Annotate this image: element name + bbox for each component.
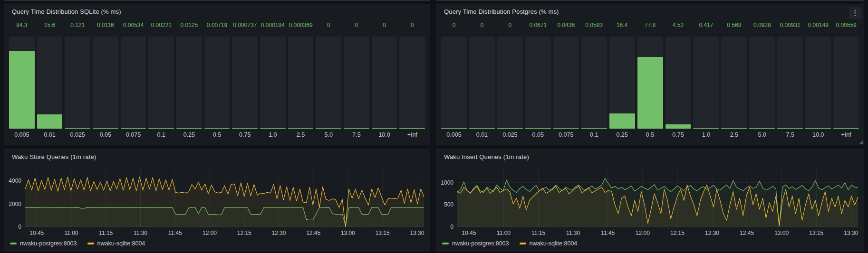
bar-track[interactable] (497, 37, 523, 129)
x-tick-label: 10:45 (454, 230, 483, 236)
bar-track[interactable] (93, 37, 118, 129)
hist-bar-+Inf: 0.00559+Inf (833, 21, 859, 141)
bar-track[interactable] (833, 37, 859, 129)
bar-track[interactable] (581, 37, 607, 129)
bar-track[interactable] (344, 37, 369, 129)
bar-track[interactable] (693, 37, 719, 129)
x-tick-label: 11:45 (161, 230, 189, 236)
legend: nwaku-postgres:8003 nwaku-sqlite:8004 (442, 240, 577, 247)
legend-item-nwaku-sqlite[interactable]: nwaku-sqlite:8004 (520, 240, 578, 247)
bar-fill (148, 128, 174, 129)
bar-track[interactable] (9, 37, 35, 129)
bar-track[interactable] (665, 37, 691, 129)
bar-track[interactable] (372, 37, 397, 129)
bar-value-label: 0.121 (65, 21, 90, 29)
hist-bar-5.0: 0.09285.0 (749, 21, 775, 141)
x-tick-label: 13:30 (837, 230, 865, 236)
x-axis-label: 2.5 (288, 129, 314, 141)
legend: nwaku-postgres:8003 nwaku-sqlite:8004 (10, 240, 145, 247)
x-axis-label: 0.025 (65, 129, 90, 141)
x-axis-label: 0.75 (665, 129, 691, 141)
bar-track[interactable] (148, 37, 174, 129)
legend-label: nwaku-sqlite:8004 (97, 240, 145, 247)
hist-bar-0.5: 0.007190.5 (204, 21, 230, 141)
bar-track[interactable] (37, 37, 63, 129)
hist-bar-0.25: 0.01250.25 (176, 21, 202, 141)
grafana-dashboard: { "icons": { "kebab": "⋮" }, "colors": {… (0, 0, 868, 253)
bar-fill (609, 113, 635, 129)
hist-bar-2.5: 0.0003692.5 (288, 21, 314, 141)
bar-track[interactable] (316, 37, 341, 129)
x-tick-label: 12:30 (698, 230, 726, 236)
bar-track[interactable] (469, 37, 495, 129)
bar-fill (37, 114, 63, 129)
hist-bar-1.0: 0.4171.0 (693, 21, 719, 141)
bar-value-label: 0 (469, 21, 495, 29)
legend-label: nwaku-postgres:8003 (452, 240, 509, 247)
bar-value-label: 0.0928 (749, 21, 775, 29)
time-series-canvas[interactable] (457, 169, 858, 227)
x-tick-label: 13:15 (368, 230, 397, 236)
bar-fill (399, 128, 425, 129)
bar-track[interactable] (121, 37, 146, 129)
bar-value-label: 0.000369 (288, 21, 314, 29)
x-axis-label: 0.05 (93, 129, 118, 141)
histogram-postgres: 00.00500.0100.0250.06710.050.04360.0750.… (441, 21, 859, 141)
legend-item-nwaku-postgres[interactable]: nwaku-postgres:8003 (10, 240, 77, 247)
x-tick-label: 12:00 (628, 230, 657, 236)
panel-resize-handle[interactable] (859, 140, 863, 144)
bar-track[interactable] (288, 37, 314, 129)
x-tick-label: 12:45 (733, 230, 761, 236)
bar-track[interactable] (749, 37, 775, 129)
bar-track[interactable] (232, 37, 258, 129)
bar-track[interactable] (721, 37, 747, 129)
legend-item-nwaku-postgres[interactable]: nwaku-postgres:8003 (442, 240, 509, 247)
y-tick-label: 4000 (1, 178, 21, 184)
bar-fill (232, 128, 258, 129)
x-axis-label: 0.025 (497, 129, 523, 141)
bar-track[interactable] (805, 37, 831, 129)
hist-bar-10.0: 010.0 (372, 21, 397, 141)
bar-value-label: 0.0116 (93, 21, 118, 29)
hist-bar-0.75: 4.520.75 (665, 21, 691, 141)
bar-track[interactable] (399, 37, 425, 129)
x-axis-label: 7.5 (777, 129, 803, 141)
bar-fill (497, 128, 523, 129)
bar-track[interactable] (65, 37, 90, 129)
bar-fill (344, 128, 369, 129)
legend-swatch-green (10, 243, 17, 244)
time-series-canvas[interactable] (25, 169, 424, 227)
bar-track[interactable] (176, 37, 202, 129)
x-tick-label: 13:00 (767, 230, 796, 236)
bar-track[interactable] (525, 37, 551, 129)
bar-track[interactable] (637, 37, 663, 129)
bar-track[interactable] (777, 37, 803, 129)
hist-bar-1.0: 0.0001841.0 (260, 21, 286, 141)
x-axis-label: 1.0 (260, 129, 286, 141)
x-tick-label: 12:30 (264, 230, 293, 236)
x-axis-label: 0.075 (553, 129, 579, 141)
x-axis-label: 10.0 (805, 129, 831, 141)
bar-track[interactable] (441, 37, 467, 129)
insert-queries-plot[interactable]: 0500100010:4511:0011:1511:3011:4512:0012… (457, 169, 858, 227)
legend-item-nwaku-sqlite[interactable]: nwaku-sqlite:8004 (87, 240, 145, 247)
panel-title[interactable]: Query Time Distribution Postgres (% ms) (436, 4, 864, 15)
x-tick-label: 11:45 (594, 230, 622, 236)
store-queries-plot[interactable]: 02000400010:4511:0011:1511:3011:4512:001… (25, 169, 424, 227)
panel-menu-icon[interactable]: ⋮ (849, 7, 861, 19)
bar-value-label: 0.000184 (260, 21, 286, 29)
panel-title[interactable]: Waku Insert Queries (1m rate) (436, 150, 864, 160)
bar-track[interactable] (553, 37, 579, 129)
legend-label: nwaku-sqlite:8004 (530, 240, 578, 247)
bar-track[interactable] (260, 37, 286, 129)
bar-track[interactable] (609, 37, 635, 129)
hist-bar-0.05: 0.06710.05 (525, 21, 551, 141)
bar-fill (288, 128, 314, 129)
bar-value-label: 4.52 (665, 21, 691, 29)
bar-fill (777, 128, 803, 129)
bar-fill (833, 128, 859, 129)
bar-track[interactable] (204, 37, 230, 129)
panel-title[interactable]: Query Time Distribution SQLite (% ms) (4, 4, 430, 15)
bar-fill (637, 57, 663, 129)
panel-title[interactable]: Waku Store Queries (1m rate) (4, 150, 430, 160)
